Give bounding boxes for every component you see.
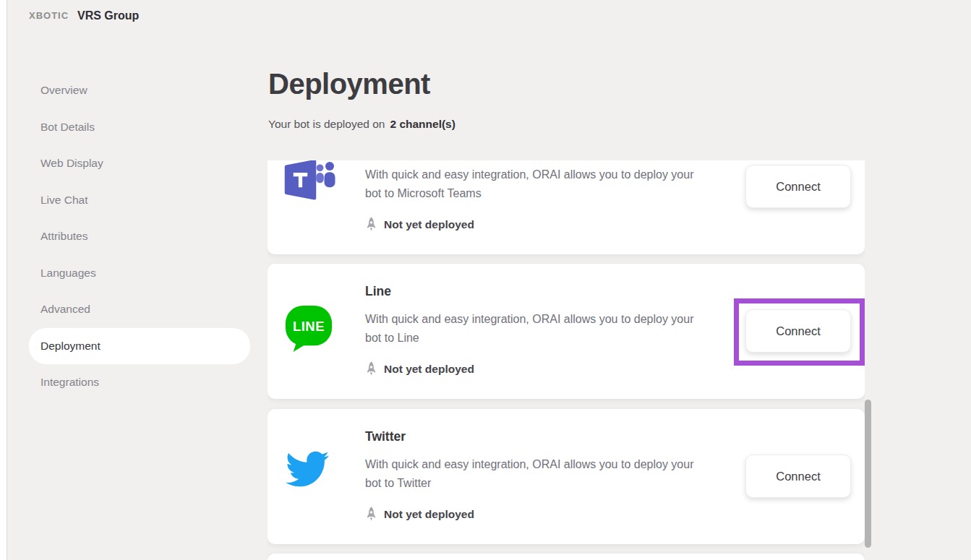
microsoft-teams-icon bbox=[284, 160, 336, 208]
channel-title: Twitter bbox=[365, 429, 406, 444]
status-text: Not yet deployed bbox=[384, 508, 474, 521]
line-icon: LINE bbox=[284, 302, 333, 353]
sidebar-item-bot-details[interactable]: Bot Details bbox=[29, 109, 250, 146]
rocket-icon bbox=[365, 361, 377, 377]
channel-description: With quick and easy integration, ORAI al… bbox=[365, 165, 706, 202]
line-icon: LINE bbox=[284, 302, 336, 353]
channel-card-partial bbox=[268, 553, 865, 560]
sidebar-item-attributes[interactable]: Attributes bbox=[29, 218, 250, 255]
svg-text:LINE: LINE bbox=[293, 319, 325, 334]
rocket-icon bbox=[365, 361, 377, 377]
sidebar-item-overview[interactable]: Overview bbox=[29, 72, 250, 109]
rocket-icon bbox=[365, 506, 377, 522]
deployed-channel-count: 2 channel(s) bbox=[390, 118, 455, 130]
xbotic-logo[interactable]: XBOTIC bbox=[29, 11, 72, 20]
workspace-name: VRS Group bbox=[77, 9, 139, 22]
channel-card-list: With quick and easy integration, ORAI al… bbox=[268, 160, 865, 560]
sidebar-item-live-chat[interactable]: Live Chat bbox=[29, 182, 250, 219]
deployment-status: Not yet deployed bbox=[365, 216, 474, 233]
logo-text: XBOTIC bbox=[29, 11, 72, 20]
sidebar-item-web-display[interactable]: Web Display bbox=[29, 145, 250, 182]
rocket-icon bbox=[365, 216, 377, 233]
connect-button-microsoft-teams[interactable]: Connect bbox=[745, 165, 851, 208]
connect-button-twitter[interactable]: Connect bbox=[745, 455, 851, 498]
page-title: Deployment bbox=[268, 68, 430, 100]
channel-description: With quick and easy integration, ORAI al… bbox=[365, 310, 706, 347]
status-text: Not yet deployed bbox=[384, 218, 474, 231]
sidebar: OverviewBot DetailsWeb DisplayLive ChatA… bbox=[29, 72, 250, 401]
status-text: Not yet deployed bbox=[384, 363, 474, 376]
sidebar-item-integrations[interactable]: Integrations bbox=[29, 364, 250, 401]
sidebar-item-languages[interactable]: Languages bbox=[29, 255, 250, 292]
channel-card-line: LINE LineWith quick and easy integration… bbox=[268, 264, 865, 399]
rocket-icon bbox=[365, 216, 377, 233]
sidebar-item-deployment[interactable]: Deployment bbox=[29, 328, 250, 365]
channel-card-microsoft-teams: With quick and easy integration, ORAI al… bbox=[268, 160, 865, 254]
sidebar-item-advanced[interactable]: Advanced bbox=[29, 291, 250, 328]
deployment-status: Not yet deployed bbox=[365, 506, 474, 522]
channel-description: With quick and easy integration, ORAI al… bbox=[365, 455, 706, 492]
channel-card-twitter: TwitterWith quick and easy integration, … bbox=[268, 409, 865, 544]
left-edge-panel bbox=[0, 0, 7, 560]
deployed-summary: Your bot is deployed on2 channel(s) bbox=[268, 118, 455, 131]
deployment-status: Not yet deployed bbox=[365, 361, 474, 377]
rocket-icon bbox=[365, 506, 377, 522]
scrollbar-thumb[interactable] bbox=[865, 400, 871, 548]
twitter-icon bbox=[284, 447, 336, 498]
microsoft-teams-icon bbox=[284, 160, 336, 205]
channel-title: Line bbox=[365, 284, 391, 299]
twitter-icon bbox=[284, 447, 330, 491]
deployed-summary-prefix: Your bot is deployed on bbox=[268, 118, 385, 130]
connect-button-line[interactable]: Connect bbox=[745, 309, 851, 353]
